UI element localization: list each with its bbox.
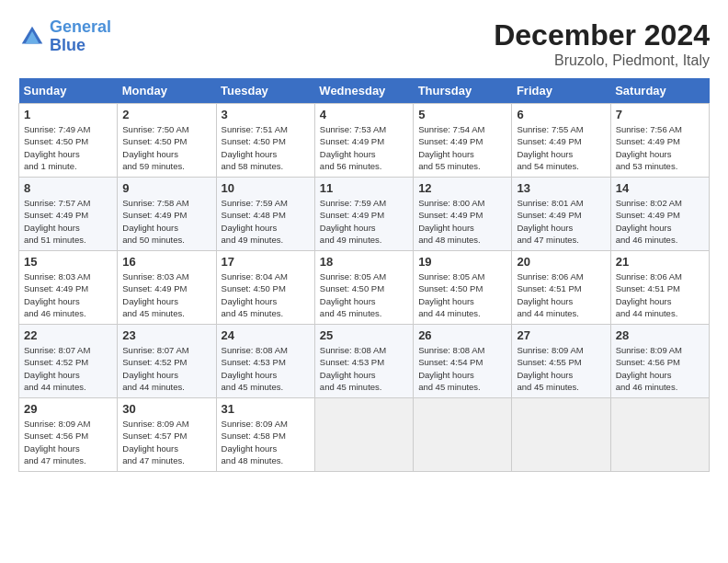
day-number: 17: [222, 255, 310, 269]
day-info: Sunrise: 7:55 AMSunset: 4:49 PMDaylight …: [517, 124, 583, 171]
calendar-day-cell: 9Sunrise: 7:58 AMSunset: 4:49 PMDaylight…: [118, 178, 216, 251]
day-info: Sunrise: 7:49 AMSunset: 4:50 PMDaylight …: [24, 124, 90, 171]
empty-cell: [512, 398, 610, 472]
month-title: December 2024: [494, 18, 710, 52]
day-info: Sunrise: 8:09 AMSunset: 4:57 PMDaylight …: [122, 419, 188, 465]
day-number: 15: [24, 255, 112, 269]
day-number: 21: [616, 255, 704, 269]
day-info: Sunrise: 8:09 AMSunset: 4:55 PMDaylight …: [517, 345, 583, 392]
weekday-header-monday: Monday: [118, 78, 216, 104]
day-number: 19: [418, 255, 506, 269]
day-number: 27: [517, 328, 605, 342]
day-number: 24: [222, 328, 310, 342]
calendar-day-cell: 22Sunrise: 8:07 AMSunset: 4:52 PMDayligh…: [19, 325, 118, 398]
calendar-day-cell: 7Sunrise: 7:56 AMSunset: 4:49 PMDaylight…: [610, 104, 709, 178]
weekday-header-thursday: Thursday: [414, 78, 512, 104]
calendar-day-cell: 30Sunrise: 8:09 AMSunset: 4:57 PMDayligh…: [118, 398, 216, 472]
calendar-week-row: 29Sunrise: 8:09 AMSunset: 4:56 PMDayligh…: [19, 398, 710, 472]
calendar-day-cell: 11Sunrise: 7:59 AMSunset: 4:49 PMDayligh…: [314, 178, 413, 251]
logo-text: General Blue: [50, 18, 111, 55]
day-info: Sunrise: 8:04 AMSunset: 4:50 PMDaylight …: [222, 271, 288, 318]
calendar-day-cell: 18Sunrise: 8:05 AMSunset: 4:50 PMDayligh…: [314, 251, 413, 325]
day-number: 1: [24, 108, 112, 121]
logo: General Blue: [18, 18, 111, 55]
day-info: Sunrise: 7:57 AMSunset: 4:49 PMDaylight …: [24, 198, 90, 245]
day-number: 25: [320, 328, 408, 342]
empty-cell: [610, 398, 709, 472]
weekday-header-sunday: Sunday: [19, 78, 118, 104]
day-info: Sunrise: 8:09 AMSunset: 4:56 PMDaylight …: [24, 419, 90, 465]
calendar-day-cell: 15Sunrise: 8:03 AMSunset: 4:49 PMDayligh…: [19, 251, 118, 325]
calendar-day-cell: 2Sunrise: 7:50 AMSunset: 4:50 PMDaylight…: [118, 104, 216, 178]
calendar-day-cell: 24Sunrise: 8:08 AMSunset: 4:53 PMDayligh…: [216, 325, 314, 398]
calendar-table: SundayMondayTuesdayWednesdayThursdayFrid…: [18, 78, 710, 472]
day-info: Sunrise: 8:07 AMSunset: 4:52 PMDaylight …: [24, 345, 90, 392]
calendar-day-cell: 16Sunrise: 8:03 AMSunset: 4:49 PMDayligh…: [118, 251, 216, 325]
calendar-day-cell: 25Sunrise: 8:08 AMSunset: 4:53 PMDayligh…: [314, 325, 413, 398]
day-info: Sunrise: 8:09 AMSunset: 4:56 PMDaylight …: [616, 345, 682, 392]
day-info: Sunrise: 7:58 AMSunset: 4:49 PMDaylight …: [122, 198, 188, 245]
calendar-day-cell: 31Sunrise: 8:09 AMSunset: 4:58 PMDayligh…: [216, 398, 314, 472]
day-number: 31: [222, 402, 310, 416]
day-info: Sunrise: 7:56 AMSunset: 4:49 PMDaylight …: [616, 124, 682, 171]
calendar-day-cell: 21Sunrise: 8:06 AMSunset: 4:51 PMDayligh…: [610, 251, 709, 325]
day-info: Sunrise: 8:00 AMSunset: 4:49 PMDaylight …: [418, 198, 484, 245]
weekday-header-tuesday: Tuesday: [216, 78, 314, 104]
day-number: 26: [418, 328, 506, 342]
calendar-day-cell: 23Sunrise: 8:07 AMSunset: 4:52 PMDayligh…: [118, 325, 216, 398]
logo-icon: [18, 23, 46, 51]
day-info: Sunrise: 8:01 AMSunset: 4:49 PMDaylight …: [517, 198, 583, 245]
weekday-header-wednesday: Wednesday: [314, 78, 413, 104]
calendar-week-row: 1Sunrise: 7:49 AMSunset: 4:50 PMDaylight…: [19, 104, 710, 178]
calendar-day-cell: 26Sunrise: 8:08 AMSunset: 4:54 PMDayligh…: [414, 325, 512, 398]
calendar-day-cell: 5Sunrise: 7:54 AMSunset: 4:49 PMDaylight…: [414, 104, 512, 178]
day-number: 4: [320, 108, 408, 121]
calendar-day-cell: 12Sunrise: 8:00 AMSunset: 4:49 PMDayligh…: [414, 178, 512, 251]
day-number: 18: [320, 255, 408, 269]
day-info: Sunrise: 8:09 AMSunset: 4:58 PMDaylight …: [222, 419, 288, 465]
day-number: 12: [418, 181, 506, 195]
day-number: 30: [122, 402, 210, 416]
day-number: 14: [616, 181, 704, 195]
day-info: Sunrise: 8:05 AMSunset: 4:50 PMDaylight …: [320, 271, 386, 318]
calendar-day-cell: 13Sunrise: 8:01 AMSunset: 4:49 PMDayligh…: [512, 178, 610, 251]
day-number: 3: [222, 108, 310, 121]
day-info: Sunrise: 7:59 AMSunset: 4:48 PMDaylight …: [222, 198, 288, 245]
day-info: Sunrise: 8:05 AMSunset: 4:50 PMDaylight …: [418, 271, 484, 318]
calendar-week-row: 22Sunrise: 8:07 AMSunset: 4:52 PMDayligh…: [19, 325, 710, 398]
day-number: 11: [320, 181, 408, 195]
day-number: 9: [122, 181, 210, 195]
day-number: 13: [517, 181, 605, 195]
location: Bruzolo, Piedmont, Italy: [494, 52, 710, 69]
day-info: Sunrise: 7:53 AMSunset: 4:49 PMDaylight …: [320, 124, 386, 171]
calendar-day-cell: 8Sunrise: 7:57 AMSunset: 4:49 PMDaylight…: [19, 178, 118, 251]
weekday-header-friday: Friday: [512, 78, 610, 104]
calendar-day-cell: 27Sunrise: 8:09 AMSunset: 4:55 PMDayligh…: [512, 325, 610, 398]
calendar-day-cell: 19Sunrise: 8:05 AMSunset: 4:50 PMDayligh…: [414, 251, 512, 325]
empty-cell: [314, 398, 413, 472]
day-info: Sunrise: 8:08 AMSunset: 4:54 PMDaylight …: [418, 345, 484, 392]
calendar-day-cell: 14Sunrise: 8:02 AMSunset: 4:49 PMDayligh…: [610, 178, 709, 251]
day-number: 16: [122, 255, 210, 269]
calendar-day-cell: 3Sunrise: 7:51 AMSunset: 4:50 PMDaylight…: [216, 104, 314, 178]
calendar-day-cell: 4Sunrise: 7:53 AMSunset: 4:49 PMDaylight…: [314, 104, 413, 178]
day-info: Sunrise: 8:03 AMSunset: 4:49 PMDaylight …: [122, 271, 188, 318]
day-info: Sunrise: 8:02 AMSunset: 4:49 PMDaylight …: [616, 198, 682, 245]
day-info: Sunrise: 8:08 AMSunset: 4:53 PMDaylight …: [320, 345, 386, 392]
calendar-day-cell: 1Sunrise: 7:49 AMSunset: 4:50 PMDaylight…: [19, 104, 118, 178]
day-info: Sunrise: 7:59 AMSunset: 4:49 PMDaylight …: [320, 198, 386, 245]
calendar-day-cell: 10Sunrise: 7:59 AMSunset: 4:48 PMDayligh…: [216, 178, 314, 251]
weekday-header-saturday: Saturday: [610, 78, 709, 104]
day-number: 28: [616, 328, 704, 342]
day-number: 20: [517, 255, 605, 269]
day-info: Sunrise: 7:51 AMSunset: 4:50 PMDaylight …: [222, 124, 288, 171]
day-number: 8: [24, 181, 112, 195]
day-number: 2: [122, 108, 210, 121]
day-info: Sunrise: 8:07 AMSunset: 4:52 PMDaylight …: [122, 345, 188, 392]
day-info: Sunrise: 8:06 AMSunset: 4:51 PMDaylight …: [517, 271, 583, 318]
calendar-day-cell: 20Sunrise: 8:06 AMSunset: 4:51 PMDayligh…: [512, 251, 610, 325]
day-number: 7: [616, 108, 704, 121]
day-info: Sunrise: 7:50 AMSunset: 4:50 PMDaylight …: [122, 124, 188, 171]
calendar-week-row: 8Sunrise: 7:57 AMSunset: 4:49 PMDaylight…: [19, 178, 710, 251]
day-info: Sunrise: 8:08 AMSunset: 4:53 PMDaylight …: [222, 345, 288, 392]
